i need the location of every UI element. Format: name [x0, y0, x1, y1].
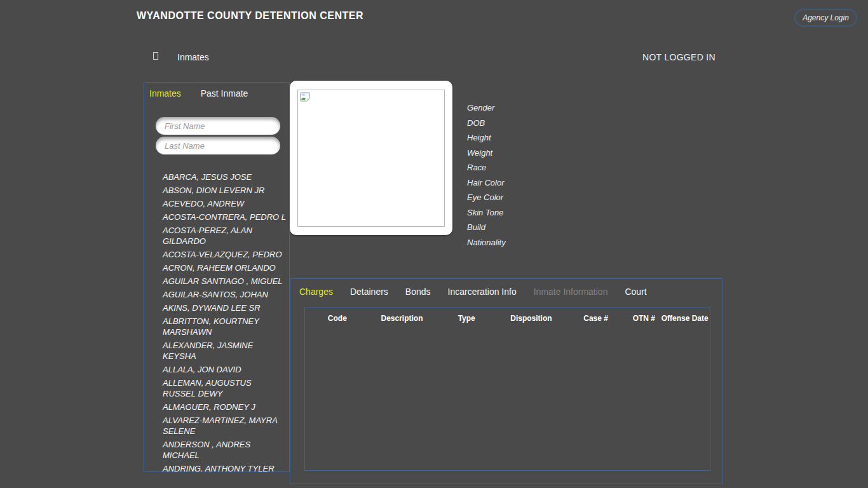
column-header-offense-date: Offense Date	[660, 314, 710, 323]
demographic-field-label: Weight	[467, 146, 506, 161]
demographic-field-label: Height	[467, 130, 506, 146]
demographic-field-label: Hair Color	[467, 175, 506, 191]
column-header-disposition: Disposition	[499, 314, 564, 323]
inmate-list-item[interactable]: ABSON, DION LEVERN JR	[163, 184, 287, 197]
inmate-list-item[interactable]: ACOSTA-VELAZQUEZ, PEDRO	[163, 248, 287, 261]
inmate-list-item[interactable]: ANDRING, ANTHONY TYLER	[163, 462, 287, 472]
tab-inmate-information: Inmate Information	[534, 287, 608, 297]
inmate-list-item[interactable]: ANDERSON , ANDRES MICHAEL	[163, 438, 287, 462]
page-title: WYANDOTTE COUNTY DETENTION CENTER	[137, 10, 363, 22]
inmates-nav-icon	[153, 52, 158, 60]
column-header-otn: OTN #	[628, 314, 660, 323]
demographic-field-label: Build	[467, 220, 506, 235]
broken-image-icon	[300, 92, 310, 102]
column-header-code: Code	[305, 314, 370, 323]
tab-court[interactable]: Court	[625, 287, 646, 297]
inmate-list-item[interactable]: ABARCA, JESUS JOSE	[163, 170, 287, 184]
inmate-list-item[interactable]: ALMAGUER, RODNEY J	[163, 400, 287, 414]
inmate-list-item[interactable]: ACEVEDO, ANDREW	[163, 197, 287, 210]
agency-login-button[interactable]: Agency Login	[794, 9, 857, 27]
nav-item-inmates[interactable]: Inmates	[177, 52, 209, 62]
inmate-photo-placeholder	[297, 90, 445, 227]
inmate-demographics: GenderDOBHeightWeightRaceHair ColorEye C…	[467, 100, 506, 250]
inmate-list-item[interactable]: ACRON, RAHEEM ORLANDO	[163, 261, 287, 274]
inmate-details-panel: Charges Detainers Bonds Incarceration In…	[290, 278, 722, 484]
inmate-list-item[interactable]: AKINS, DYWAND LEE SR	[163, 301, 287, 315]
inmate-photo-card	[290, 81, 452, 235]
details-tabs: Charges Detainers Bonds Incarceration In…	[290, 279, 722, 297]
inmate-list-item[interactable]: ACOSTA-CONTRERA, PEDRO L	[163, 210, 287, 224]
tab-charges[interactable]: Charges	[299, 287, 333, 297]
search-panel-tabs: Inmates Past Inmate	[144, 83, 289, 98]
tab-past-inmate[interactable]: Past Inmate	[201, 88, 248, 98]
demographic-field-label: DOB	[467, 116, 506, 131]
demographic-field-label: Eye Color	[467, 190, 506, 205]
tab-bonds[interactable]: Bonds	[405, 287, 431, 297]
tab-inmates[interactable]: Inmates	[149, 88, 181, 98]
inmate-list-item[interactable]: ALLALA, JON DAVID	[163, 363, 287, 376]
login-status: NOT LOGGED IN	[642, 52, 715, 62]
inmate-list-item[interactable]: ALEXANDER, JASMINE KEYSHA	[163, 339, 287, 363]
charges-table: Code Description Type Disposition Case #…	[304, 308, 710, 471]
tab-detainers[interactable]: Detainers	[350, 287, 388, 297]
column-header-description: Description	[370, 314, 435, 323]
demographic-field-label: Race	[467, 160, 506, 175]
inmate-list-item[interactable]: ALVAREZ-MARTINEZ, MAYRA SELENE	[163, 414, 287, 438]
demographic-field-label: Skin Tone	[467, 205, 506, 220]
last-name-input[interactable]	[156, 137, 280, 154]
inmate-search-panel: Inmates Past Inmate ABARCA, JESUS JOSEAB…	[144, 82, 290, 472]
inmate-list-item[interactable]: ACOSTA-PEREZ, ALAN GILDARDO	[163, 224, 287, 248]
inmate-list-item[interactable]: ALBRITTON, KOURTNEY MARSHAWN	[163, 315, 287, 339]
column-header-case: Case #	[564, 314, 628, 323]
first-name-input[interactable]	[156, 117, 280, 135]
inmate-list-item[interactable]: AGUILAR SANTIAGO , MIGUEL	[163, 274, 287, 288]
tab-incarceration-info[interactable]: Incarceration Info	[448, 287, 517, 297]
charges-table-header: Code Description Type Disposition Case #…	[305, 308, 710, 323]
nav-bar: Inmates NOT LOGGED IN	[0, 50, 868, 66]
column-header-type: Type	[434, 314, 499, 323]
demographic-field-label: Gender	[467, 100, 506, 116]
inmate-list-item[interactable]: AGUILAR-SANTOS, JOHAN	[163, 288, 287, 301]
inmate-list: ABARCA, JESUS JOSEABSON, DION LEVERN JRA…	[144, 170, 289, 472]
inmate-list-item[interactable]: ALLEMAN, AUGUSTUS RUSSEL DEWY	[163, 376, 287, 400]
demographic-field-label: Nationality	[467, 235, 506, 250]
